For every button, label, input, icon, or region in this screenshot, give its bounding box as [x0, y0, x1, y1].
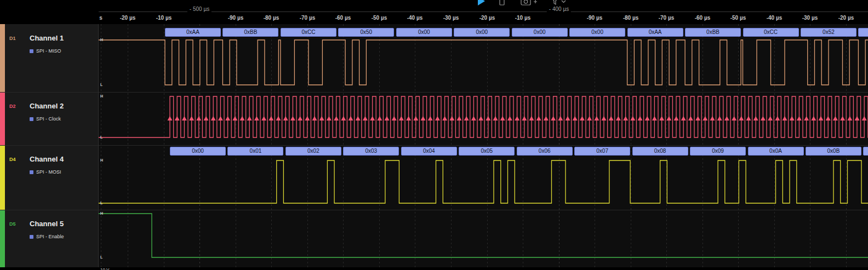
clock-edge-marker	[312, 116, 317, 120]
analyzer-icon	[30, 235, 33, 239]
row-divider	[99, 210, 868, 210]
clock-edge-marker	[602, 116, 607, 120]
channel-analyzer: SPI - MISO	[30, 48, 61, 54]
trash-icon[interactable]	[498, 0, 506, 5]
clock-edge-marker	[862, 116, 867, 120]
clock-edge-marker	[225, 116, 230, 120]
decoded-byte-label: 0x08	[632, 147, 688, 156]
waveform-channel-2[interactable]: HL	[99, 92, 868, 145]
axis-minor-label: -90 µs	[228, 15, 244, 21]
channel-row-d2[interactable]: D2 Channel 2 SPI - Clock	[0, 92, 99, 145]
time-axis[interactable]: - 500 µs- 400 µss-20 µs-10 µs-90 µs-80 µ…	[99, 5, 868, 24]
waveform-trace	[99, 92, 868, 145]
channel-title: Channel 4	[30, 155, 64, 163]
clock-edge-marker	[840, 116, 845, 120]
clock-edge-marker	[703, 116, 707, 120]
clock-edge-marker	[385, 116, 390, 120]
analyzer-icon	[30, 49, 33, 53]
axis-minor-label: -30 µs	[443, 15, 459, 21]
decoded-byte-label: 0x0B	[806, 147, 861, 156]
channel-analyzer: SPI - Enable	[30, 234, 64, 239]
clock-edge-marker	[826, 116, 831, 120]
clock-edge-marker	[609, 116, 614, 120]
decoded-byte-label: 0x00	[454, 28, 510, 37]
decoded-byte-label: 0x06	[517, 147, 573, 156]
clock-edge-marker	[594, 116, 599, 120]
channel-row-d1[interactable]: D1 Channel 1 SPI - MISO	[0, 24, 99, 92]
clock-edge-marker	[290, 116, 295, 120]
decoded-byte-label: 0x01	[227, 147, 283, 156]
clock-edge-marker	[566, 116, 570, 120]
clock-edge-marker	[638, 116, 643, 120]
clock-edge-marker	[587, 116, 592, 120]
axis-minor-label: -10 µs	[156, 15, 172, 21]
clock-edge-marker	[811, 116, 816, 120]
clock-edge-marker	[276, 116, 281, 120]
decoded-byte-label: 0xAA	[165, 28, 221, 37]
clock-edge-marker	[746, 116, 751, 120]
decoded-byte-label: 0x52	[801, 28, 856, 37]
clock-edge-marker	[464, 116, 469, 120]
clock-edge-marker	[261, 116, 266, 120]
clock-edge-marker	[804, 116, 809, 120]
axis-major-label: - 400 µs	[547, 6, 571, 12]
clock-edge-marker	[790, 116, 795, 120]
clock-edge-marker	[247, 116, 252, 120]
row-divider	[0, 92, 98, 93]
clock-edge-marker	[855, 116, 860, 120]
filter-icon[interactable]	[551, 0, 567, 5]
clock-edge-marker	[544, 116, 549, 120]
play-button[interactable]	[478, 0, 485, 5]
waveform-area[interactable]: 0xAA0xBB0xCC0x500x000x000x000x000xAA0xBB…	[99, 24, 868, 267]
analyzer-label: SPI - Clock	[36, 116, 61, 122]
clock-edge-marker	[421, 116, 426, 120]
clock-edge-marker	[189, 116, 194, 120]
axis-minor-label: -10 µs	[515, 15, 531, 21]
decoded-byte-label: 0x02	[285, 147, 341, 156]
channel-title: Channel 2	[30, 102, 64, 110]
clock-edge-marker	[623, 116, 628, 120]
decoded-byte-label: 0x03	[343, 147, 399, 156]
level-marker-h: H	[100, 158, 103, 163]
waveform-channel-5[interactable]: HL	[99, 210, 868, 267]
channel-title: Channel 5	[30, 220, 64, 228]
waveform-trace	[99, 210, 868, 267]
clock-edge-marker	[377, 116, 382, 120]
clock-edge-marker	[732, 116, 736, 120]
clock-edge-marker	[442, 116, 447, 120]
axis-line	[99, 12, 868, 12]
axis-minor-label: -20 µs	[479, 15, 495, 21]
clock-edge-marker	[551, 116, 556, 120]
clock-edge-marker	[775, 116, 780, 120]
clock-edge-marker	[666, 116, 671, 120]
clock-edge-marker	[298, 116, 302, 120]
clock-edge-marker	[739, 116, 744, 120]
channel-id: D5	[9, 221, 16, 227]
decoded-byte-label: 0x04	[401, 147, 457, 156]
clock-edge-marker	[847, 116, 852, 120]
clock-edge-marker	[573, 116, 578, 120]
decoded-byte-label: 0x09	[690, 147, 746, 156]
axis-minor-label: -70 µs	[300, 15, 316, 21]
clock-edge-marker	[529, 116, 534, 120]
capture-plus-icon[interactable]	[521, 0, 538, 5]
clock-edge-marker	[486, 116, 490, 120]
clock-edge-marker	[507, 116, 512, 120]
channel-row-d5[interactable]: D5 Channel 5 SPI - Enable	[0, 210, 99, 267]
clock-edge-marker	[269, 116, 273, 120]
waveform-channel-1[interactable]: 0xAA0xBB0xCC0x500x000x000x000x000xAA0xBB…	[99, 24, 868, 92]
axis-minor-label: -20 µs	[120, 15, 136, 21]
clock-edge-marker	[334, 116, 339, 120]
clock-edge-marker	[717, 116, 722, 120]
waveform-channel-4[interactable]: 0x000x010x020x030x040x050x060x070x080x09…	[99, 145, 868, 210]
clock-edge-marker	[327, 116, 332, 120]
level-marker-l: L	[100, 83, 102, 87]
clock-edge-marker	[168, 116, 173, 120]
decoded-byte-label: 0x07	[574, 147, 630, 156]
decoded-byte-label: 0x00	[170, 147, 226, 156]
channel-row-d4[interactable]: D4 Channel 4 SPI - MOSI	[0, 145, 99, 210]
analyzer-label: SPI - MISO	[36, 48, 61, 54]
axis-minor-label: -30 µs	[802, 15, 818, 21]
analyzer-label: SPI - Enable	[36, 234, 64, 239]
analyzer-label: SPI - MOSI	[36, 169, 61, 175]
